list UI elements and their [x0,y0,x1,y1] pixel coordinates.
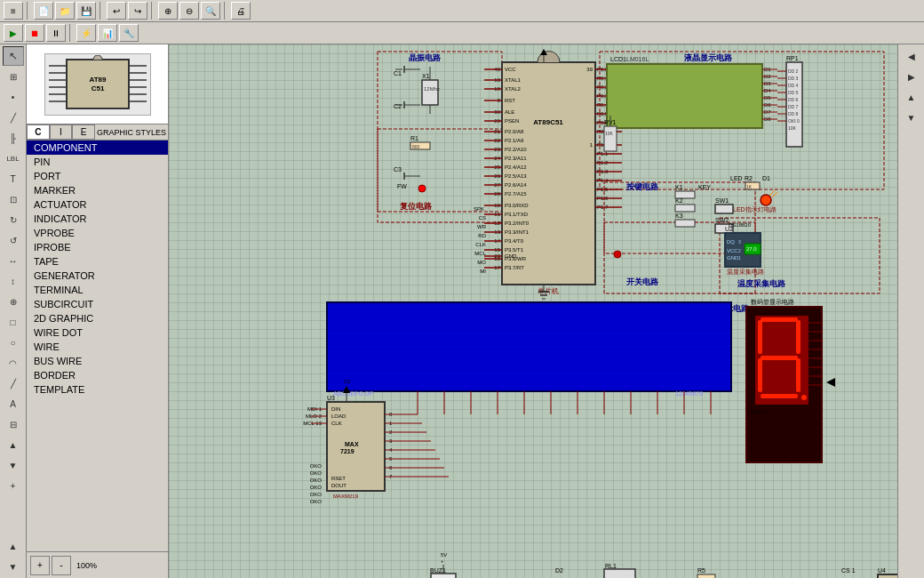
svg-text:16: 16 [494,256,500,261]
sidebar-item-buswire[interactable]: BUS WIRE [27,354,168,368]
text-tool[interactable]: T [3,169,24,189]
svg-text:C: C [808,338,813,343]
label-tool[interactable]: LBL [3,149,24,168]
svg-text:开关电路: 开关电路 [625,277,659,286]
svg-text:24: 24 [494,156,500,161]
print-button[interactable]: 🖨 [231,2,251,20]
svg-text:DD 4: DD 4 [788,83,799,88]
bus-tool[interactable]: ╟ [3,128,24,148]
chart-button[interactable]: 📊 [98,24,117,42]
sidebar-item-border[interactable]: BORDER [27,368,168,382]
sidebar-item-vprobe[interactable]: VPROBE [27,226,168,240]
sidebar-bottom-controls: + - 100% [27,551,168,578]
mirror-x[interactable]: ↔ [3,251,24,270]
sidebar-item-actuator[interactable]: ACTUATOR [27,197,168,212]
sidebar-item-port[interactable]: PORT [27,169,168,183]
nav-up[interactable]: ▲ [3,435,24,454]
sidebar-item-wiredot[interactable]: WIRE DOT [27,325,168,340]
probe-tool[interactable]: ⊡ [3,189,24,209]
tab-instruments[interactable]: I [50,124,73,140]
tab-components[interactable]: C [27,124,50,140]
sidebar-item-wire[interactable]: WIRE [27,340,168,354]
menu-button[interactable]: ≡ [4,2,23,20]
add-text[interactable]: A [3,394,24,413]
sidebar-item-iprobe[interactable]: IPROBE [27,240,168,254]
zoom-area[interactable]: ⊕ [3,292,24,311]
svg-text:CS: CS [479,215,486,221]
sidebar-item-marker[interactable]: MARKER [27,183,168,197]
save-button[interactable]: 💾 [76,2,96,20]
nav-down[interactable]: ▼ [3,455,24,475]
sidebar-item-template[interactable]: TEMPLATE [27,382,168,397]
schematic-canvas[interactable]: 晶振电路 液晶显示电路 复位电路 按键电路 开关电路 [169,44,897,578]
draw-arc[interactable]: ◠ [3,353,24,373]
undo-button[interactable]: ↩ [107,2,126,20]
settings-button[interactable]: 🔧 [119,24,139,42]
snap-toggle[interactable]: + [3,476,24,495]
open-button[interactable]: 📁 [55,2,75,20]
junction-tool[interactable]: • [3,87,24,107]
svg-text:数码管显示电路: 数码管显示电路 [751,299,794,305]
run-button[interactable]: ▶ [4,24,23,42]
svg-text:26: 26 [494,173,500,179]
zoom-out-button[interactable]: ⊖ [179,2,199,20]
new-button[interactable]: 📄 [34,2,53,20]
move-up[interactable]: ▲ [3,536,24,556]
right-tool-4[interactable]: ▼ [901,108,922,127]
right-tool-1[interactable]: ◀ [901,46,922,66]
sidebar-item-subcircuit[interactable]: SUBCIRCUIT [27,297,168,311]
svg-text:P0.1/A1: P0.1/A1 [597,76,617,81]
rotate-cw[interactable]: ↻ [3,210,24,229]
draw-circle[interactable]: ○ [3,333,24,352]
sidebar-item-pin[interactable]: PIN [27,155,168,169]
zoom-in-button[interactable]: ⊕ [158,2,178,20]
pause-button[interactable]: ⏸ [46,24,66,42]
draw-box[interactable]: □ [3,312,24,332]
sidebar-item-indicator[interactable]: INDICATOR [27,212,168,226]
sidebar-item-generator[interactable]: GENERATOR [27,269,168,283]
sidebar-item-component[interactable]: COMPONENT [27,140,168,155]
sidebar-zoom-in[interactable]: + [30,556,50,575]
component-tool[interactable]: ⊞ [3,67,24,86]
tab-edit[interactable]: E [72,124,95,140]
separator-5 [69,24,73,42]
sidebar-list[interactable]: COMPONENT PIN PORT MARKER ACTUATOR INDIC… [27,140,168,551]
right-tool-2[interactable]: ▶ [901,67,922,86]
svg-text:P1.1: P1.1 [597,151,609,157]
right-tool-3[interactable]: ▲ [901,87,922,107]
svg-text:P0.5/A5: P0.5/A5 [597,111,617,116]
svg-text:12Mhz: 12Mhz [424,86,440,92]
svg-text:OKO: OKO [310,478,323,483]
zoom-fit-button[interactable]: 🔍 [201,2,220,20]
stop-button[interactable]: ⏹ [25,24,44,42]
rotate-ccw[interactable]: ↺ [3,230,24,250]
svg-text:P0.4/A4: P0.4/A4 [597,102,617,108]
svg-point-383 [614,251,621,258]
sidebar-item-tape[interactable]: TAPE [27,254,168,269]
draw-line[interactable]: ╱ [3,373,24,393]
schematic-svg: 晶振电路 液晶显示电路 复位电路 按键电路 开关电路 [169,44,897,578]
svg-text:DD 7: DD 7 [788,104,799,109]
canvas-area[interactable]: 晶振电路 液晶显示电路 复位电路 按键电路 开关电路 [169,44,897,578]
svg-text:39: 39 [586,67,593,72]
svg-rect-218 [675,205,695,212]
svg-text:21: 21 [494,129,500,134]
svg-text:30: 30 [494,109,500,115]
power-button[interactable]: ⚡ [76,24,96,42]
svg-text:P0.2/A2: P0.2/A2 [597,84,617,90]
zoom-level: 100% [76,561,97,570]
select-tool[interactable]: ↖ [3,46,24,66]
move-down[interactable]: ▼ [3,557,24,576]
sidebar-item-terminal[interactable]: TERMINAL [27,283,168,297]
svg-text:A: A [808,320,812,325]
svg-text:按键电路: 按键电路 [625,182,659,191]
svg-text:C1: C1 [394,70,402,76]
mirror-y[interactable]: ↕ [3,271,24,291]
symbol-tool[interactable]: ⊟ [3,414,24,434]
sidebar-item-2dgraphic[interactable]: 2D GRAPHIC [27,311,168,325]
wire-tool[interactable]: ╱ [3,108,24,127]
redo-button[interactable]: ↪ [128,2,147,20]
sidebar-zoom-out[interactable]: - [52,556,71,575]
svg-text:DD 3: DD 3 [788,76,799,81]
svg-text:LOAD: LOAD [331,413,346,419]
